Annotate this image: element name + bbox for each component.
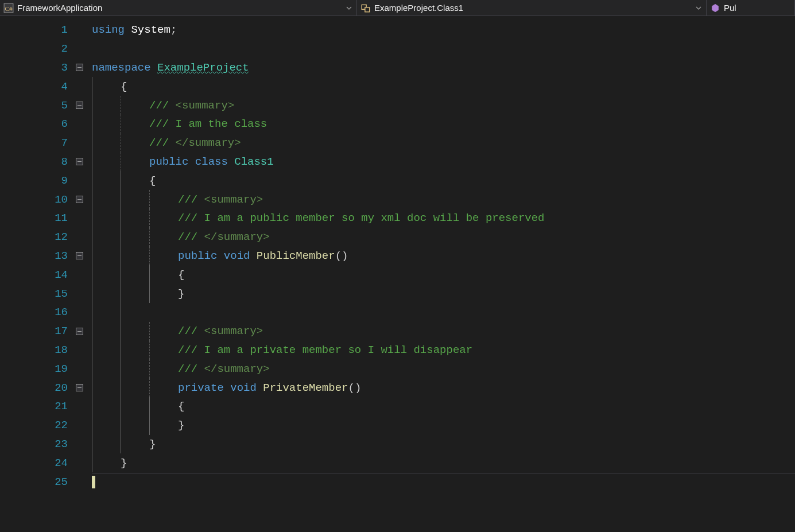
code-token: } xyxy=(121,457,127,469)
project-scope-dropdown[interactable]: C# FrameworkApplication xyxy=(0,0,357,15)
indent-guide xyxy=(121,171,149,190)
code-line[interactable]: { xyxy=(92,77,795,96)
code-token: void xyxy=(224,250,250,262)
code-line[interactable]: } xyxy=(92,453,795,472)
code-line[interactable]: { xyxy=(92,397,795,416)
code-line[interactable]: /// I am a public member so my xml doc w… xyxy=(92,209,795,228)
code-line[interactable]: } xyxy=(92,284,795,303)
indent-guide xyxy=(149,247,178,266)
code-line[interactable]: /// I am a private member so I will disa… xyxy=(92,341,795,360)
indent-guide xyxy=(121,303,149,322)
code-content[interactable]: using System;namespace ExampleProject{//… xyxy=(92,16,795,532)
class-scope-dropdown[interactable]: ExampleProject.Class1 xyxy=(357,0,707,15)
code-line[interactable] xyxy=(92,472,795,491)
line-number: 20 xyxy=(0,382,73,394)
fold-toggle[interactable] xyxy=(76,252,83,259)
indent-guide xyxy=(92,190,121,209)
indent-guide xyxy=(149,322,178,341)
code-line[interactable]: } xyxy=(92,416,795,435)
code-editor[interactable]: 1234567891011121314151617181920212223242… xyxy=(0,16,795,532)
code-line[interactable]: /// I am the class xyxy=(92,115,795,134)
code-token: /// xyxy=(178,363,204,375)
code-line[interactable] xyxy=(92,40,795,59)
indent-guide xyxy=(149,378,178,397)
indent-guide xyxy=(149,341,178,360)
code-line[interactable]: /// <summary> xyxy=(92,96,795,115)
member-scope-dropdown[interactable]: Pul xyxy=(707,0,795,15)
indent-guide xyxy=(92,284,121,303)
fold-toggle[interactable] xyxy=(76,384,83,391)
gutter-row: 13 xyxy=(0,247,92,266)
code-token: ; xyxy=(170,24,177,36)
fold-column xyxy=(73,102,85,109)
gutter-row: 23 xyxy=(0,435,92,454)
code-line[interactable]: } xyxy=(92,435,795,454)
gutter-row: 21 xyxy=(0,397,92,416)
fold-toggle[interactable] xyxy=(76,158,83,165)
line-number: 2 xyxy=(0,42,73,55)
chevron-down-icon xyxy=(345,0,353,15)
code-line[interactable]: /// </summary> xyxy=(92,134,795,153)
code-line[interactable]: namespace ExampleProject xyxy=(92,59,795,77)
indent-guide xyxy=(92,322,121,341)
indent-guide xyxy=(121,190,149,209)
line-number: 13 xyxy=(0,250,73,262)
line-number: 14 xyxy=(0,269,73,281)
indent-guide xyxy=(92,96,121,115)
code-token: { xyxy=(178,269,184,281)
line-number: 22 xyxy=(0,419,73,432)
code-token: { xyxy=(178,400,184,413)
gutter-row: 8 xyxy=(0,153,92,172)
code-line[interactable]: using System; xyxy=(92,21,795,40)
text-cursor xyxy=(92,476,95,488)
svg-text:C#: C# xyxy=(5,5,13,11)
code-token: </summary> xyxy=(176,137,241,149)
line-number: 24 xyxy=(0,457,73,469)
code-token xyxy=(228,156,234,168)
fold-toggle[interactable] xyxy=(76,102,83,109)
gutter-row: 6 xyxy=(0,115,92,134)
code-line[interactable]: /// <summary> xyxy=(92,190,795,209)
indent-guide xyxy=(121,153,149,172)
code-token: /// I am the class xyxy=(149,118,267,130)
line-number: 8 xyxy=(0,156,73,168)
fold-toggle[interactable] xyxy=(76,64,83,71)
indent-guide xyxy=(92,134,121,153)
code-token: <summary> xyxy=(204,325,263,337)
indent-guide xyxy=(121,397,149,416)
code-line[interactable]: { xyxy=(92,171,795,190)
indent-guide xyxy=(92,341,121,360)
fold-column xyxy=(73,64,85,71)
gutter-row: 3 xyxy=(0,59,92,77)
fold-column xyxy=(73,252,85,259)
gutter-row: 7 xyxy=(0,134,92,153)
line-number: 11 xyxy=(0,212,73,224)
code-token: /// I am a private member so I will disa… xyxy=(178,344,472,356)
code-token: () xyxy=(335,250,348,262)
code-line[interactable]: public class Class1 xyxy=(92,153,795,172)
indent-guide xyxy=(121,134,149,153)
indent-guide xyxy=(92,359,121,378)
code-token: public xyxy=(149,156,188,168)
fold-column xyxy=(73,328,85,335)
code-line[interactable]: /// <summary> xyxy=(92,322,795,341)
line-number: 6 xyxy=(0,118,73,130)
indent-guide xyxy=(121,359,149,378)
code-line[interactable] xyxy=(92,303,795,322)
code-line[interactable]: { xyxy=(92,265,795,284)
indent-guide xyxy=(92,303,121,322)
code-token: { xyxy=(149,174,156,187)
indent-guide xyxy=(149,284,178,303)
fold-toggle[interactable] xyxy=(76,328,83,335)
gutter-row: 18 xyxy=(0,341,92,360)
code-line[interactable]: private void PrivateMember() xyxy=(92,378,795,397)
line-number: 9 xyxy=(0,174,73,187)
code-token: /// xyxy=(149,99,176,112)
code-line[interactable]: public void PublicMember() xyxy=(92,247,795,266)
fold-toggle[interactable] xyxy=(76,196,83,203)
indent-guide xyxy=(121,378,149,397)
code-line[interactable]: /// </summary> xyxy=(92,359,795,378)
code-line[interactable]: /// </summary> xyxy=(92,228,795,247)
fold-column xyxy=(73,158,85,165)
chevron-down-icon xyxy=(695,0,703,15)
